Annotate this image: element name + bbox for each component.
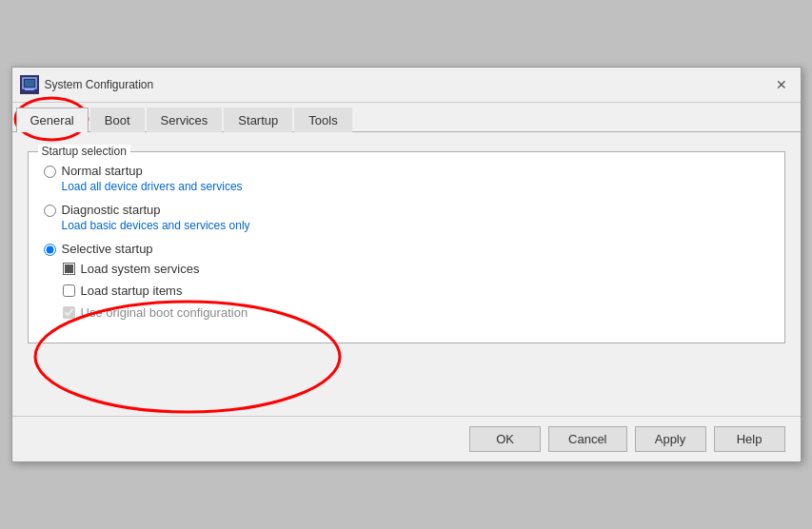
selective-startup-option: Selective startup <box>44 242 769 256</box>
window-title: System Configuration <box>45 78 154 91</box>
ok-button[interactable]: OK <box>469 426 541 452</box>
load-startup-items-item: Load startup items <box>63 284 769 298</box>
use-original-boot-item: Use original boot configuration <box>63 305 769 320</box>
indeterminate-indicator <box>65 264 73 273</box>
tab-general[interactable]: General <box>16 108 89 132</box>
load-startup-items-label[interactable]: Load startup items <box>81 284 183 298</box>
svg-rect-2 <box>25 88 34 90</box>
footer-buttons: OK Cancel Apply Help <box>12 416 801 461</box>
tab-services[interactable]: Services <box>147 108 223 132</box>
selective-startup-radio[interactable] <box>44 244 56 256</box>
load-system-services-checkbox[interactable] <box>63 263 75 275</box>
normal-startup-sublabel: Load all device drivers and services <box>62 180 243 193</box>
use-original-boot-checkbox[interactable] <box>63 306 75 319</box>
normal-startup-label[interactable]: Normal startup <box>62 164 243 178</box>
cancel-button[interactable]: Cancel <box>548 426 626 452</box>
main-window: System Configuration ✕ General Boot Serv… <box>11 67 802 462</box>
load-system-services-label[interactable]: Load system services <box>81 262 200 276</box>
title-bar-left: System Configuration <box>20 75 154 94</box>
tab-boot[interactable]: Boot <box>90 108 145 132</box>
diagnostic-startup-radio[interactable] <box>44 205 56 217</box>
startup-selection-group: Startup selection Normal startup Load al… <box>28 151 785 343</box>
tab-startup[interactable]: Startup <box>224 108 292 132</box>
content-area: Startup selection Normal startup Load al… <box>12 132 801 416</box>
diagnostic-startup-labels: Diagnostic startup Load basic devices an… <box>62 203 250 232</box>
group-label: Startup selection <box>38 145 130 158</box>
spacer <box>28 343 785 401</box>
tab-bar: General Boot Services Startup Tools <box>12 103 801 132</box>
load-startup-items-checkbox[interactable] <box>63 284 75 297</box>
title-bar: System Configuration ✕ <box>12 68 801 103</box>
close-button[interactable]: ✕ <box>770 73 793 96</box>
diagnostic-startup-sublabel: Load basic devices and services only <box>62 219 250 232</box>
diagnostic-startup-label[interactable]: Diagnostic startup <box>62 203 250 217</box>
selective-startup-label[interactable]: Selective startup <box>62 242 153 256</box>
normal-startup-option: Normal startup Load all device drivers a… <box>44 164 769 193</box>
load-system-services-item: Load system services <box>63 262 769 276</box>
svg-rect-1 <box>25 80 34 87</box>
selective-startup-labels: Selective startup <box>62 242 153 256</box>
apply-button[interactable]: Apply <box>635 426 706 452</box>
normal-startup-radio[interactable] <box>44 166 56 178</box>
help-button[interactable]: Help <box>714 426 785 452</box>
diagnostic-startup-option: Diagnostic startup Load basic devices an… <box>44 203 769 232</box>
use-original-boot-label: Use original boot configuration <box>81 305 248 320</box>
window-icon <box>20 75 39 94</box>
tab-tools[interactable]: Tools <box>294 108 351 132</box>
selective-checkboxes: Load system services Load startup items … <box>63 262 769 320</box>
normal-startup-labels: Normal startup Load all device drivers a… <box>62 164 243 193</box>
